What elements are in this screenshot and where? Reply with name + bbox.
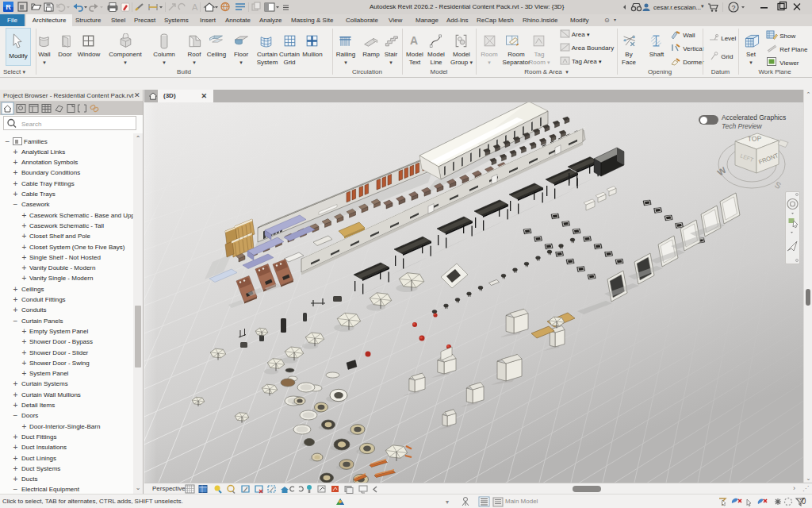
svg-text:?: ? [731,4,735,12]
svg-text:W: W [715,165,728,178]
svg-text:A: A [410,34,418,47]
svg-text:TOP: TOP [748,134,762,143]
svg-text:R: R [6,3,11,11]
svg-text:Search: Search [21,121,41,128]
svg-text:A: A [192,2,198,12]
